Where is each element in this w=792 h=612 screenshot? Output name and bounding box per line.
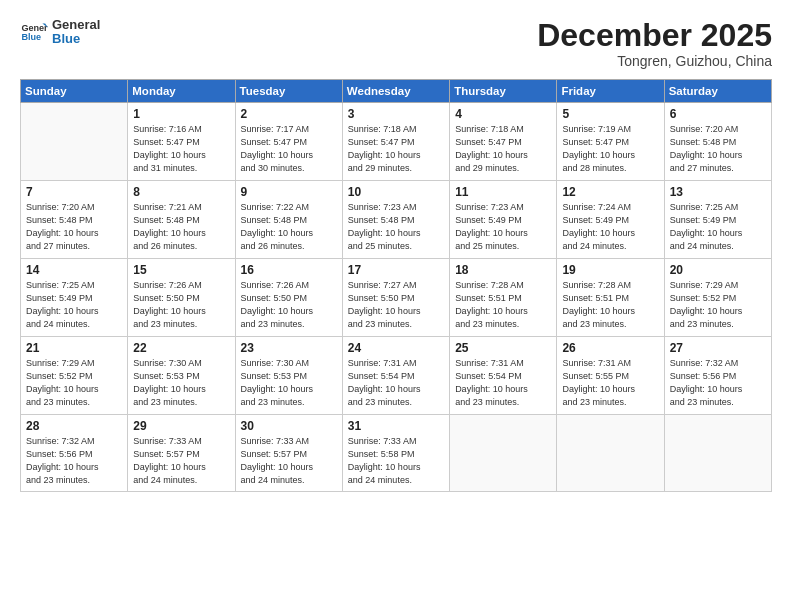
weekday-header-tuesday: Tuesday bbox=[235, 80, 342, 103]
day-number: 23 bbox=[241, 341, 337, 355]
day-number: 13 bbox=[670, 185, 766, 199]
calendar-cell bbox=[664, 415, 771, 492]
day-number: 11 bbox=[455, 185, 551, 199]
week-row-1: 1Sunrise: 7:16 AM Sunset: 5:47 PM Daylig… bbox=[21, 103, 772, 181]
week-row-2: 7Sunrise: 7:20 AM Sunset: 5:48 PM Daylig… bbox=[21, 181, 772, 259]
svg-text:Blue: Blue bbox=[21, 33, 41, 43]
day-info: Sunrise: 7:23 AM Sunset: 5:49 PM Dayligh… bbox=[455, 201, 551, 253]
day-number: 19 bbox=[562, 263, 658, 277]
calendar-cell: 26Sunrise: 7:31 AM Sunset: 5:55 PM Dayli… bbox=[557, 337, 664, 415]
weekday-header-friday: Friday bbox=[557, 80, 664, 103]
month-title: December 2025 bbox=[537, 18, 772, 53]
title-block: December 2025 Tongren, Guizhou, China bbox=[537, 18, 772, 69]
calendar-cell: 15Sunrise: 7:26 AM Sunset: 5:50 PM Dayli… bbox=[128, 259, 235, 337]
week-row-4: 21Sunrise: 7:29 AM Sunset: 5:52 PM Dayli… bbox=[21, 337, 772, 415]
day-number: 15 bbox=[133, 263, 229, 277]
day-info: Sunrise: 7:17 AM Sunset: 5:47 PM Dayligh… bbox=[241, 123, 337, 175]
day-info: Sunrise: 7:30 AM Sunset: 5:53 PM Dayligh… bbox=[241, 357, 337, 409]
day-number: 9 bbox=[241, 185, 337, 199]
day-number: 28 bbox=[26, 419, 122, 433]
calendar-cell: 10Sunrise: 7:23 AM Sunset: 5:48 PM Dayli… bbox=[342, 181, 449, 259]
calendar-cell: 29Sunrise: 7:33 AM Sunset: 5:57 PM Dayli… bbox=[128, 415, 235, 492]
day-number: 24 bbox=[348, 341, 444, 355]
weekday-header-wednesday: Wednesday bbox=[342, 80, 449, 103]
weekday-header-sunday: Sunday bbox=[21, 80, 128, 103]
calendar-cell bbox=[21, 103, 128, 181]
day-number: 17 bbox=[348, 263, 444, 277]
day-number: 8 bbox=[133, 185, 229, 199]
day-info: Sunrise: 7:25 AM Sunset: 5:49 PM Dayligh… bbox=[670, 201, 766, 253]
calendar-table: SundayMondayTuesdayWednesdayThursdayFrid… bbox=[20, 79, 772, 492]
logo-general-text: General bbox=[52, 18, 100, 32]
calendar-cell: 5Sunrise: 7:19 AM Sunset: 5:47 PM Daylig… bbox=[557, 103, 664, 181]
day-number: 31 bbox=[348, 419, 444, 433]
day-number: 3 bbox=[348, 107, 444, 121]
day-info: Sunrise: 7:24 AM Sunset: 5:49 PM Dayligh… bbox=[562, 201, 658, 253]
day-info: Sunrise: 7:23 AM Sunset: 5:48 PM Dayligh… bbox=[348, 201, 444, 253]
calendar-cell: 2Sunrise: 7:17 AM Sunset: 5:47 PM Daylig… bbox=[235, 103, 342, 181]
calendar-cell: 4Sunrise: 7:18 AM Sunset: 5:47 PM Daylig… bbox=[450, 103, 557, 181]
logo: General Blue General Blue bbox=[20, 18, 100, 47]
day-number: 22 bbox=[133, 341, 229, 355]
weekday-header-monday: Monday bbox=[128, 80, 235, 103]
day-info: Sunrise: 7:29 AM Sunset: 5:52 PM Dayligh… bbox=[670, 279, 766, 331]
calendar-cell bbox=[450, 415, 557, 492]
calendar-cell: 3Sunrise: 7:18 AM Sunset: 5:47 PM Daylig… bbox=[342, 103, 449, 181]
calendar-cell: 20Sunrise: 7:29 AM Sunset: 5:52 PM Dayli… bbox=[664, 259, 771, 337]
calendar-cell: 19Sunrise: 7:28 AM Sunset: 5:51 PM Dayli… bbox=[557, 259, 664, 337]
day-info: Sunrise: 7:30 AM Sunset: 5:53 PM Dayligh… bbox=[133, 357, 229, 409]
day-number: 29 bbox=[133, 419, 229, 433]
day-number: 6 bbox=[670, 107, 766, 121]
day-number: 18 bbox=[455, 263, 551, 277]
calendar-cell: 31Sunrise: 7:33 AM Sunset: 5:58 PM Dayli… bbox=[342, 415, 449, 492]
day-number: 5 bbox=[562, 107, 658, 121]
page-container: General Blue General Blue December 2025 … bbox=[0, 0, 792, 612]
calendar-cell: 23Sunrise: 7:30 AM Sunset: 5:53 PM Dayli… bbox=[235, 337, 342, 415]
day-number: 4 bbox=[455, 107, 551, 121]
calendar-cell bbox=[557, 415, 664, 492]
day-number: 14 bbox=[26, 263, 122, 277]
day-info: Sunrise: 7:32 AM Sunset: 5:56 PM Dayligh… bbox=[26, 435, 122, 487]
day-info: Sunrise: 7:27 AM Sunset: 5:50 PM Dayligh… bbox=[348, 279, 444, 331]
calendar-cell: 11Sunrise: 7:23 AM Sunset: 5:49 PM Dayli… bbox=[450, 181, 557, 259]
day-info: Sunrise: 7:20 AM Sunset: 5:48 PM Dayligh… bbox=[670, 123, 766, 175]
calendar-cell: 22Sunrise: 7:30 AM Sunset: 5:53 PM Dayli… bbox=[128, 337, 235, 415]
day-info: Sunrise: 7:31 AM Sunset: 5:54 PM Dayligh… bbox=[348, 357, 444, 409]
day-number: 16 bbox=[241, 263, 337, 277]
week-row-3: 14Sunrise: 7:25 AM Sunset: 5:49 PM Dayli… bbox=[21, 259, 772, 337]
calendar-cell: 9Sunrise: 7:22 AM Sunset: 5:48 PM Daylig… bbox=[235, 181, 342, 259]
calendar-cell: 1Sunrise: 7:16 AM Sunset: 5:47 PM Daylig… bbox=[128, 103, 235, 181]
day-info: Sunrise: 7:25 AM Sunset: 5:49 PM Dayligh… bbox=[26, 279, 122, 331]
calendar-cell: 8Sunrise: 7:21 AM Sunset: 5:48 PM Daylig… bbox=[128, 181, 235, 259]
day-info: Sunrise: 7:21 AM Sunset: 5:48 PM Dayligh… bbox=[133, 201, 229, 253]
day-info: Sunrise: 7:26 AM Sunset: 5:50 PM Dayligh… bbox=[241, 279, 337, 331]
day-number: 1 bbox=[133, 107, 229, 121]
day-info: Sunrise: 7:18 AM Sunset: 5:47 PM Dayligh… bbox=[348, 123, 444, 175]
day-number: 30 bbox=[241, 419, 337, 433]
calendar-cell: 7Sunrise: 7:20 AM Sunset: 5:48 PM Daylig… bbox=[21, 181, 128, 259]
day-info: Sunrise: 7:22 AM Sunset: 5:48 PM Dayligh… bbox=[241, 201, 337, 253]
weekday-header-row: SundayMondayTuesdayWednesdayThursdayFrid… bbox=[21, 80, 772, 103]
day-number: 10 bbox=[348, 185, 444, 199]
logo-blue-text: Blue bbox=[52, 32, 100, 46]
calendar-cell: 13Sunrise: 7:25 AM Sunset: 5:49 PM Dayli… bbox=[664, 181, 771, 259]
day-number: 2 bbox=[241, 107, 337, 121]
day-info: Sunrise: 7:33 AM Sunset: 5:57 PM Dayligh… bbox=[133, 435, 229, 487]
location-text: Tongren, Guizhou, China bbox=[537, 53, 772, 69]
day-number: 27 bbox=[670, 341, 766, 355]
weekday-header-saturday: Saturday bbox=[664, 80, 771, 103]
calendar-cell: 14Sunrise: 7:25 AM Sunset: 5:49 PM Dayli… bbox=[21, 259, 128, 337]
calendar-cell: 16Sunrise: 7:26 AM Sunset: 5:50 PM Dayli… bbox=[235, 259, 342, 337]
page-header: General Blue General Blue December 2025 … bbox=[20, 18, 772, 69]
day-info: Sunrise: 7:28 AM Sunset: 5:51 PM Dayligh… bbox=[455, 279, 551, 331]
day-number: 25 bbox=[455, 341, 551, 355]
day-number: 12 bbox=[562, 185, 658, 199]
day-info: Sunrise: 7:20 AM Sunset: 5:48 PM Dayligh… bbox=[26, 201, 122, 253]
calendar-cell: 30Sunrise: 7:33 AM Sunset: 5:57 PM Dayli… bbox=[235, 415, 342, 492]
calendar-cell: 6Sunrise: 7:20 AM Sunset: 5:48 PM Daylig… bbox=[664, 103, 771, 181]
day-info: Sunrise: 7:31 AM Sunset: 5:54 PM Dayligh… bbox=[455, 357, 551, 409]
calendar-cell: 18Sunrise: 7:28 AM Sunset: 5:51 PM Dayli… bbox=[450, 259, 557, 337]
calendar-cell: 17Sunrise: 7:27 AM Sunset: 5:50 PM Dayli… bbox=[342, 259, 449, 337]
day-info: Sunrise: 7:29 AM Sunset: 5:52 PM Dayligh… bbox=[26, 357, 122, 409]
logo-icon: General Blue bbox=[20, 18, 48, 46]
